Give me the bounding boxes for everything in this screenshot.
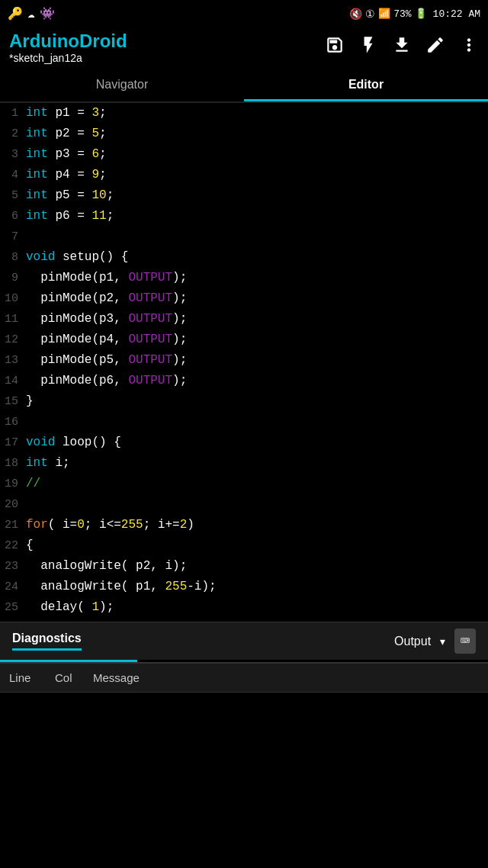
code-line-20: 20 xyxy=(0,494,488,515)
code-line-23: 23 analogWrite( p2, i); xyxy=(0,556,488,577)
diagnostics-content xyxy=(0,693,488,799)
code-line-4: 4 int p4 = 9; xyxy=(0,165,488,185)
diag-col-line: Line xyxy=(9,671,55,684)
code-line-24: 24 analogWrite( p1, 255-i); xyxy=(0,577,488,597)
diagnostics-panel: Line Col Message xyxy=(0,662,488,799)
code-line-14: 14 pinMode(p6, OUTPUT); xyxy=(0,371,488,391)
tab-editor[interactable]: Editor xyxy=(244,70,488,101)
code-line-15: 15 } xyxy=(0,391,488,412)
chevron-down-icon[interactable]: ▾ xyxy=(438,633,447,650)
save-icon[interactable] xyxy=(325,35,345,60)
output-label[interactable]: Output xyxy=(394,635,431,648)
bottom-bar-left: Diagnostics xyxy=(12,632,82,651)
code-line-10: 10 pinMode(p2, OUTPUT); xyxy=(0,288,488,309)
battery-percent: 73% xyxy=(393,8,411,20)
edit-icon[interactable] xyxy=(425,35,445,60)
toolbar-icons xyxy=(325,35,479,60)
sketch-name: *sketch_jan12a xyxy=(9,52,127,64)
cloud-icon: ☁ xyxy=(27,6,35,21)
app-title-section: ArduinoDroid *sketch_jan12a xyxy=(9,31,127,64)
code-line-5: 5 int p5 = 10; xyxy=(0,185,488,206)
more-options-icon[interactable] xyxy=(459,35,479,60)
clock: 10:22 AM xyxy=(433,8,480,20)
download-icon[interactable] xyxy=(392,35,412,60)
title-bar: ArduinoDroid *sketch_jan12a xyxy=(0,27,488,70)
code-line-22: 22 { xyxy=(0,535,488,556)
flash-icon[interactable] xyxy=(358,35,378,60)
tab-navigator[interactable]: Navigator xyxy=(0,70,244,101)
code-line-6: 6 int p6 = 11; xyxy=(0,206,488,227)
code-line-11: 11 pinMode(p3, OUTPUT); xyxy=(0,309,488,330)
code-line-9: 9 pinMode(p1, OUTPUT); xyxy=(0,268,488,288)
keyboard-icon[interactable]: ⌨ xyxy=(454,628,476,654)
diagnostics-tab[interactable]: Diagnostics xyxy=(12,632,82,651)
mute-icon: 🔇 xyxy=(349,8,362,21)
code-line-1: 1 int p1 = 3; xyxy=(0,103,488,124)
status-bar: 🔑 ☁ 👾 🔇 ① 📶 73% 🔋 10:22 AM xyxy=(0,0,488,27)
code-line-8: 8 void setup() { xyxy=(0,247,488,268)
code-line-25: 25 delay( 1); xyxy=(0,597,488,618)
signal-bars: 📶 xyxy=(378,8,390,20)
code-line-12: 12 pinMode(p4, OUTPUT); xyxy=(0,330,488,350)
code-line-19: 19 // xyxy=(0,474,488,494)
code-line-16: 16 xyxy=(0,412,488,432)
status-right-info: 🔇 ① 📶 73% 🔋 10:22 AM xyxy=(349,8,480,21)
code-line-17: 17 void loop() { xyxy=(0,432,488,453)
bottom-bar-right: Output ▾ ⌨ xyxy=(394,628,476,654)
code-editor[interactable]: 1 int p1 = 3; 2 int p2 = 5; 3 int p3 = 6… xyxy=(0,103,488,622)
tab-bar: Navigator Editor xyxy=(0,70,488,103)
status-left-icons: 🔑 ☁ 👾 xyxy=(8,6,55,21)
code-line-7: 7 xyxy=(0,227,488,247)
diag-col-msg: Message xyxy=(93,671,479,684)
code-line-2: 2 int p2 = 5; xyxy=(0,124,488,144)
app-name: ArduinoDroid xyxy=(9,31,127,52)
diag-col-col: Col xyxy=(55,671,93,684)
code-line-3: 3 int p3 = 6; xyxy=(0,144,488,165)
code-line-18: 18 int i; xyxy=(0,453,488,474)
bottom-bar: Diagnostics Output ▾ ⌨ xyxy=(0,622,488,660)
key-icon: 🔑 xyxy=(8,6,23,21)
code-line-13: 13 pinMode(p5, OUTPUT); xyxy=(0,350,488,371)
code-line-21: 21 for( i=0; i<=255; i+=2) xyxy=(0,515,488,535)
battery-icon: 🔋 xyxy=(415,8,427,20)
diagnostics-header: Line Col Message xyxy=(0,664,488,693)
sim-icon: ① xyxy=(365,8,375,21)
android-icon: 👾 xyxy=(40,6,55,21)
